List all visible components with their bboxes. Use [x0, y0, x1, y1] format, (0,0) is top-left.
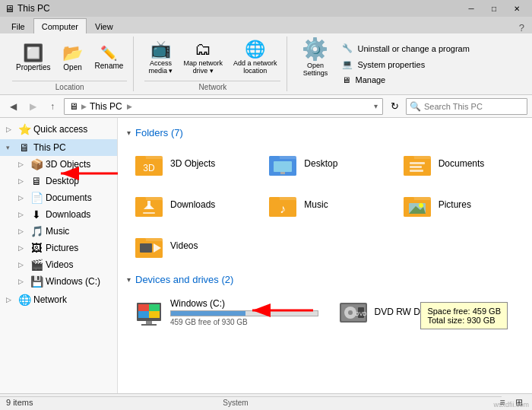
- tab-file[interactable]: File: [3, 18, 33, 33]
- folder-item-3dobjects[interactable]: 3D 3D Objects: [127, 145, 255, 183]
- folder-item-desktop[interactable]: Desktop: [261, 145, 388, 183]
- rename-icon: ✏️: [100, 46, 117, 60]
- folder-name-desktop: Desktop: [304, 158, 337, 169]
- sidebar-item-documents[interactable]: ▷ 📄 Documents: [12, 189, 117, 206]
- tab-view[interactable]: View: [87, 18, 122, 33]
- svg-text:3D: 3D: [143, 163, 155, 173]
- window-title: This PC: [17, 3, 50, 14]
- this-pc-label: This PC: [33, 142, 66, 153]
- folder-item-videos[interactable]: Videos: [127, 227, 255, 265]
- svg-rect-12: [410, 162, 425, 164]
- svg-rect-20: [143, 212, 155, 214]
- svg-rect-11: [404, 156, 414, 160]
- access-media-label: Accessmedia ▾: [148, 59, 173, 75]
- expand-videos-icon: ▷: [18, 261, 27, 269]
- music-label: Music: [46, 226, 69, 237]
- documents-label: Documents: [46, 192, 92, 203]
- svg-rect-6: [269, 156, 280, 160]
- path-dropdown-icon[interactable]: ▾: [374, 102, 378, 110]
- properties-icon: 🔲: [23, 45, 43, 62]
- network-icon: 🌐: [18, 294, 30, 306]
- map-drive-button[interactable]: 🗂 Map networkdrive ▾: [179, 39, 226, 77]
- search-icon: 🔍: [410, 101, 421, 112]
- search-input[interactable]: [424, 102, 529, 111]
- drive-c-bar: [170, 310, 318, 316]
- folders-toggle[interactable]: ▾: [127, 129, 131, 137]
- folder-icon-videos: [134, 232, 164, 259]
- sidebar-item-this-pc[interactable]: ▾ 🖥 This PC: [0, 139, 117, 156]
- sidebar-item-downloads[interactable]: ▷ ⬇ Downloads: [12, 206, 117, 223]
- watermark: wsxdfii.com: [493, 401, 529, 408]
- svg-rect-14: [410, 170, 423, 172]
- manage-label: Manage: [355, 75, 385, 84]
- title-bar: 🖥 This PC ─ □ ✕: [0, 0, 532, 17]
- desktop-label: Desktop: [46, 176, 79, 186]
- quick-access-icon: ⭐: [18, 123, 30, 135]
- forward-button[interactable]: ▶: [24, 98, 41, 115]
- close-button[interactable]: ✕: [506, 2, 527, 14]
- minimize-button[interactable]: ─: [461, 2, 482, 14]
- ribbon-group-network: 📺 Accessmedia ▾ 🗂 Map networkdrive ▾ 🌐 A…: [138, 37, 287, 91]
- expand-desktop-icon: ▷: [18, 177, 27, 185]
- sidebar: ▷ ⭐ Quick access ▾ 🖥 This PC ▷ 📦 3D Obje…: [0, 118, 118, 393]
- svg-rect-17: [135, 197, 146, 201]
- quick-access-label: Quick access: [33, 124, 87, 135]
- svg-rect-13: [410, 166, 422, 168]
- sidebar-section-quick-access: ▷ ⭐ Quick access: [0, 121, 117, 138]
- search-box[interactable]: 🔍: [406, 98, 527, 115]
- sidebar-item-music[interactable]: ▷ 🎵 Music: [12, 223, 117, 240]
- manage-icon: 🖥: [342, 75, 350, 84]
- svg-rect-27: [404, 197, 414, 201]
- map-drive-icon: 🗂: [195, 41, 211, 58]
- help-icon[interactable]: ?: [515, 22, 529, 33]
- system-group-label: System: [0, 396, 502, 407]
- sidebar-item-videos[interactable]: ▷ 🎬 Videos: [12, 256, 117, 273]
- system-props-button[interactable]: 💻 System properties: [338, 57, 473, 72]
- expand-this-pc-icon: ▾: [6, 144, 15, 151]
- rename-button[interactable]: ✏️ Rename: [91, 44, 128, 72]
- folder-item-documents[interactable]: Documents: [395, 145, 523, 183]
- tab-computer[interactable]: Computer: [33, 18, 87, 33]
- open-settings-button[interactable]: ⚙️ OpenSettings: [298, 37, 332, 79]
- address-path[interactable]: 🖥 ▶ This PC ▶ ▾: [64, 98, 383, 115]
- properties-button[interactable]: 🔲 Properties: [12, 43, 55, 74]
- devices-toggle[interactable]: ▾: [127, 275, 131, 284]
- manage-button[interactable]: 🖥 Manage: [338, 73, 473, 87]
- access-media-icon: 📺: [150, 41, 171, 58]
- window-icon: 🖥: [5, 3, 14, 14]
- devices-section-header: ▾ Devices and drives (2): [127, 274, 523, 285]
- open-button[interactable]: 📂 Open: [58, 43, 88, 74]
- svg-point-30: [419, 203, 423, 208]
- add-location-button[interactable]: 🌐 Add a networklocation: [230, 39, 281, 77]
- svg-rect-39: [149, 304, 160, 311]
- back-button[interactable]: ◀: [5, 98, 21, 115]
- folder-item-downloads[interactable]: Downloads: [127, 186, 255, 224]
- folders-section-title: Folders (7): [135, 127, 183, 138]
- folder-name-downloads: Downloads: [170, 199, 215, 210]
- sidebar-item-network[interactable]: ▷ 🌐 Network: [0, 291, 117, 308]
- path-thispc: This PC: [90, 101, 122, 112]
- dvd-drive-icon-wrapper: DVD: [338, 297, 369, 327]
- drive-item-windows-c[interactable]: Windows (C:) 459 GB free of 930 GB: [127, 291, 325, 332]
- refresh-button[interactable]: ↻: [386, 98, 403, 115]
- system-side-buttons: 🔧 Uninstall or change a program 💻 System…: [338, 37, 473, 91]
- maximize-button[interactable]: □: [483, 2, 505, 14]
- add-location-icon: 🌐: [245, 41, 265, 58]
- uninstall-button[interactable]: 🔧 Uninstall or change a program: [338, 41, 473, 56]
- folder-icon-documents: [402, 150, 432, 177]
- access-media-button[interactable]: 📺 Accessmedia ▾: [144, 39, 176, 77]
- sidebar-item-3dobjects[interactable]: ▷ 📦 3D Objects: [12, 156, 117, 173]
- folder-item-music[interactable]: ♪ Music: [261, 186, 388, 224]
- expand-downloads-icon: ▷: [18, 211, 27, 218]
- sidebar-item-quick-access[interactable]: ▷ ⭐ Quick access: [0, 121, 117, 138]
- add-location-label: Add a networklocation: [233, 59, 277, 75]
- sidebar-item-pictures[interactable]: ▷ 🖼 Pictures: [12, 240, 117, 256]
- sidebar-item-windows-c[interactable]: ▷ 💾 Windows (C:): [12, 273, 117, 290]
- sidebar-item-desktop[interactable]: ▷ 🖥 Desktop: [12, 173, 117, 189]
- drive-c-name: Windows (C:): [170, 298, 318, 309]
- rename-label: Rename: [95, 62, 124, 70]
- up-button[interactable]: ↑: [44, 98, 61, 115]
- folder-icon-3dobjects: 3D: [134, 150, 164, 177]
- devices-section-title: Devices and drives (2): [135, 274, 233, 285]
- folder-item-pictures[interactable]: Pictures: [395, 186, 523, 224]
